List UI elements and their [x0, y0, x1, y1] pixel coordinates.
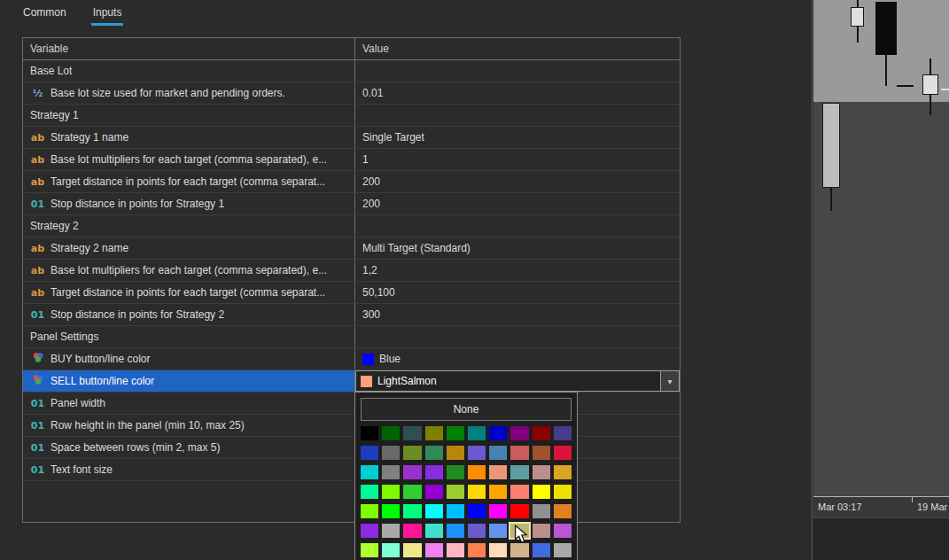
palette-swatch[interactable] [382, 524, 400, 538]
palette-swatch[interactable] [533, 485, 550, 499]
palette-swatch[interactable] [489, 446, 507, 460]
input-row[interactable]: ½Base lot size used for market and pendi… [23, 82, 680, 105]
palette-swatch[interactable] [533, 465, 550, 479]
input-row[interactable]: abBase lot multipliers for each target (… [23, 260, 680, 282]
palette-swatch[interactable] [361, 485, 378, 499]
palette-swatch[interactable] [468, 524, 486, 538]
palette-swatch[interactable] [510, 485, 528, 499]
group-row[interactable]: Strategy 1 [23, 105, 680, 127]
palette-swatch[interactable] [489, 504, 507, 518]
palette-swatch[interactable] [533, 446, 550, 460]
palette-swatch[interactable] [510, 426, 528, 440]
palette-swatch[interactable] [425, 446, 443, 460]
input-row[interactable]: 01Space between rows (min 2, max 5) [23, 437, 680, 459]
input-row[interactable]: 01Stop distance in points for Strategy 1… [23, 193, 680, 215]
palette-swatch[interactable] [447, 524, 464, 538]
column-header-variable[interactable]: Variable [23, 38, 355, 59]
palette-swatch[interactable] [403, 543, 421, 557]
input-row[interactable]: 01Text font size [23, 459, 680, 481]
input-row[interactable]: 01Stop distance in points for Strategy 2… [23, 304, 680, 326]
input-row[interactable]: 01Panel width [23, 393, 680, 415]
palette-swatch[interactable] [447, 543, 464, 557]
palette-swatch[interactable] [489, 465, 507, 479]
palette-swatch[interactable] [425, 465, 443, 479]
palette-swatch[interactable] [510, 465, 528, 479]
palette-swatch[interactable] [425, 543, 443, 557]
palette-swatch[interactable] [489, 543, 507, 557]
palette-swatch[interactable] [468, 543, 486, 557]
input-row[interactable]: abStrategy 2 nameMulti Target (Standard) [23, 237, 680, 260]
palette-swatch[interactable] [361, 543, 378, 557]
palette-swatch[interactable] [489, 485, 507, 499]
palette-swatch[interactable] [447, 426, 464, 440]
palette-swatch[interactable] [554, 465, 572, 479]
palette-swatch[interactable] [361, 465, 378, 479]
variable-cell: 01Text font size [23, 459, 355, 480]
palette-swatch[interactable] [510, 446, 528, 460]
input-row[interactable]: abTarget distance in points for each tar… [23, 171, 680, 193]
palette-swatch[interactable] [468, 446, 486, 460]
palette-swatch[interactable] [447, 504, 464, 518]
input-row[interactable]: SELL button/line colorLightSalmon▾ [23, 370, 680, 393]
group-row[interactable]: Base Lot [23, 60, 680, 82]
palette-swatch[interactable] [468, 504, 486, 518]
palette-swatch[interactable] [425, 426, 443, 440]
palette-swatch[interactable] [447, 446, 464, 460]
palette-swatch[interactable] [403, 446, 421, 460]
palette-swatch[interactable] [554, 426, 572, 440]
input-row[interactable]: abBase lot multipliers for each target (… [23, 149, 680, 171]
palette-swatch[interactable] [447, 485, 464, 499]
value-cell: 1,2 [355, 260, 680, 281]
group-row[interactable]: Panel Settings [23, 326, 680, 348]
palette-swatch[interactable] [382, 446, 400, 460]
dropdown-arrow-icon[interactable]: ▾ [660, 371, 679, 391]
palette-swatch[interactable] [468, 465, 486, 479]
palette-swatch[interactable] [382, 485, 400, 499]
palette-swatch[interactable] [403, 465, 421, 479]
palette-swatch[interactable] [533, 524, 550, 538]
group-row[interactable]: Strategy 2 [23, 215, 680, 237]
palette-swatch[interactable] [468, 485, 486, 499]
input-row[interactable]: 01Row height in the panel (min 10, max 2… [23, 415, 680, 437]
palette-swatch[interactable] [533, 543, 550, 557]
palette-swatch[interactable] [361, 504, 378, 518]
input-row[interactable]: abStrategy 1 nameSingle Target [23, 127, 680, 149]
tab-inputs[interactable]: Inputs [91, 4, 124, 26]
palette-swatch[interactable] [554, 504, 572, 518]
color-none-button[interactable]: None [361, 398, 572, 421]
palette-swatch[interactable] [554, 485, 572, 499]
palette-swatch[interactable] [533, 426, 550, 440]
palette-swatch[interactable] [403, 524, 421, 538]
palette-swatch[interactable] [533, 504, 550, 518]
value-cell [355, 60, 680, 82]
palette-swatch[interactable] [554, 524, 572, 538]
palette-swatch[interactable] [361, 426, 378, 440]
column-header-value[interactable]: Value [355, 38, 680, 59]
palette-swatch[interactable] [382, 543, 400, 557]
palette-swatch[interactable] [510, 524, 528, 538]
palette-swatch[interactable] [510, 543, 528, 557]
palette-swatch[interactable] [382, 504, 400, 518]
palette-swatch[interactable] [361, 446, 378, 460]
color-combobox[interactable]: LightSalmon▾ [355, 370, 680, 392]
palette-swatch[interactable] [382, 465, 400, 479]
palette-swatch[interactable] [361, 524, 378, 538]
tab-common[interactable]: Common [21, 4, 68, 26]
palette-swatch[interactable] [403, 485, 421, 499]
palette-swatch[interactable] [425, 485, 443, 499]
palette-swatch[interactable] [510, 504, 528, 518]
palette-swatch[interactable] [447, 465, 464, 479]
palette-swatch[interactable] [425, 504, 443, 518]
input-row[interactable]: BUY button/line colorBlue [23, 348, 680, 370]
input-row[interactable]: abTarget distance in points for each tar… [23, 282, 680, 304]
palette-swatch[interactable] [554, 543, 572, 557]
palette-swatch[interactable] [425, 524, 443, 538]
value-cell: 300 [355, 304, 680, 325]
palette-swatch[interactable] [468, 426, 486, 440]
palette-swatch[interactable] [403, 504, 421, 518]
palette-swatch[interactable] [554, 446, 572, 460]
palette-swatch[interactable] [382, 426, 400, 440]
palette-swatch[interactable] [489, 524, 507, 538]
palette-swatch[interactable] [403, 426, 421, 440]
palette-swatch[interactable] [489, 426, 507, 440]
